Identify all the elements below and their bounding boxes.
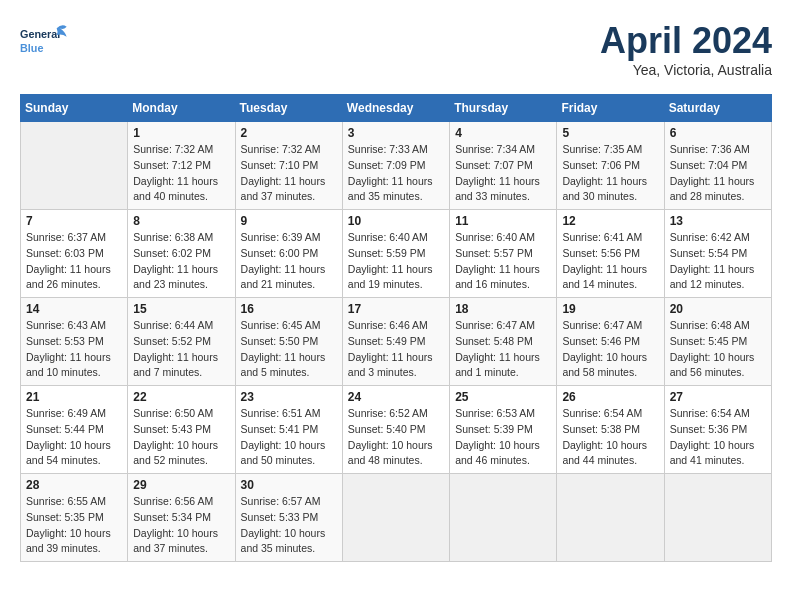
calendar-cell: 14Sunrise: 6:43 AM Sunset: 5:53 PM Dayli… [21, 298, 128, 386]
day-number: 24 [348, 390, 444, 404]
day-number: 25 [455, 390, 551, 404]
month-year-title: April 2024 [600, 20, 772, 62]
day-info: Sunrise: 6:42 AM Sunset: 5:54 PM Dayligh… [670, 230, 766, 293]
day-info: Sunrise: 7:32 AM Sunset: 7:10 PM Dayligh… [241, 142, 337, 205]
calendar-cell: 20Sunrise: 6:48 AM Sunset: 5:45 PM Dayli… [664, 298, 771, 386]
calendar-cell: 18Sunrise: 6:47 AM Sunset: 5:48 PM Dayli… [450, 298, 557, 386]
day-number: 26 [562, 390, 658, 404]
location-subtitle: Yea, Victoria, Australia [600, 62, 772, 78]
day-number: 15 [133, 302, 229, 316]
calendar-cell: 30Sunrise: 6:57 AM Sunset: 5:33 PM Dayli… [235, 474, 342, 562]
day-info: Sunrise: 6:47 AM Sunset: 5:48 PM Dayligh… [455, 318, 551, 381]
calendar-cell: 5Sunrise: 7:35 AM Sunset: 7:06 PM Daylig… [557, 122, 664, 210]
calendar-cell [21, 122, 128, 210]
day-info: Sunrise: 6:44 AM Sunset: 5:52 PM Dayligh… [133, 318, 229, 381]
calendar-cell: 25Sunrise: 6:53 AM Sunset: 5:39 PM Dayli… [450, 386, 557, 474]
day-number: 7 [26, 214, 122, 228]
header-sunday: Sunday [21, 95, 128, 122]
day-info: Sunrise: 6:47 AM Sunset: 5:46 PM Dayligh… [562, 318, 658, 381]
calendar-cell: 12Sunrise: 6:41 AM Sunset: 5:56 PM Dayli… [557, 210, 664, 298]
calendar-cell: 15Sunrise: 6:44 AM Sunset: 5:52 PM Dayli… [128, 298, 235, 386]
header-wednesday: Wednesday [342, 95, 449, 122]
day-info: Sunrise: 6:54 AM Sunset: 5:38 PM Dayligh… [562, 406, 658, 469]
day-number: 12 [562, 214, 658, 228]
day-number: 18 [455, 302, 551, 316]
day-info: Sunrise: 6:39 AM Sunset: 6:00 PM Dayligh… [241, 230, 337, 293]
calendar-week-4: 21Sunrise: 6:49 AM Sunset: 5:44 PM Dayli… [21, 386, 772, 474]
calendar-cell: 24Sunrise: 6:52 AM Sunset: 5:40 PM Dayli… [342, 386, 449, 474]
day-number: 3 [348, 126, 444, 140]
calendar-cell: 3Sunrise: 7:33 AM Sunset: 7:09 PM Daylig… [342, 122, 449, 210]
day-info: Sunrise: 6:51 AM Sunset: 5:41 PM Dayligh… [241, 406, 337, 469]
calendar-cell: 22Sunrise: 6:50 AM Sunset: 5:43 PM Dayli… [128, 386, 235, 474]
calendar-cell: 27Sunrise: 6:54 AM Sunset: 5:36 PM Dayli… [664, 386, 771, 474]
calendar-cell [557, 474, 664, 562]
header-friday: Friday [557, 95, 664, 122]
svg-text:Blue: Blue [20, 42, 43, 54]
calendar-cell [664, 474, 771, 562]
calendar-cell: 29Sunrise: 6:56 AM Sunset: 5:34 PM Dayli… [128, 474, 235, 562]
day-number: 11 [455, 214, 551, 228]
day-number: 2 [241, 126, 337, 140]
day-number: 8 [133, 214, 229, 228]
calendar-header-row: SundayMondayTuesdayWednesdayThursdayFrid… [21, 95, 772, 122]
day-info: Sunrise: 7:35 AM Sunset: 7:06 PM Dayligh… [562, 142, 658, 205]
day-info: Sunrise: 7:32 AM Sunset: 7:12 PM Dayligh… [133, 142, 229, 205]
calendar-cell: 13Sunrise: 6:42 AM Sunset: 5:54 PM Dayli… [664, 210, 771, 298]
calendar-cell: 16Sunrise: 6:45 AM Sunset: 5:50 PM Dayli… [235, 298, 342, 386]
svg-text:General: General [20, 28, 60, 40]
day-number: 6 [670, 126, 766, 140]
day-info: Sunrise: 7:34 AM Sunset: 7:07 PM Dayligh… [455, 142, 551, 205]
day-number: 28 [26, 478, 122, 492]
day-info: Sunrise: 6:43 AM Sunset: 5:53 PM Dayligh… [26, 318, 122, 381]
day-info: Sunrise: 6:52 AM Sunset: 5:40 PM Dayligh… [348, 406, 444, 469]
calendar-table: SundayMondayTuesdayWednesdayThursdayFrid… [20, 94, 772, 562]
day-number: 30 [241, 478, 337, 492]
calendar-week-2: 7Sunrise: 6:37 AM Sunset: 6:03 PM Daylig… [21, 210, 772, 298]
calendar-cell: 19Sunrise: 6:47 AM Sunset: 5:46 PM Dayli… [557, 298, 664, 386]
calendar-cell: 8Sunrise: 6:38 AM Sunset: 6:02 PM Daylig… [128, 210, 235, 298]
logo-icon: General Blue [20, 20, 70, 60]
calendar-cell: 10Sunrise: 6:40 AM Sunset: 5:59 PM Dayli… [342, 210, 449, 298]
day-number: 10 [348, 214, 444, 228]
calendar-cell: 17Sunrise: 6:46 AM Sunset: 5:49 PM Dayli… [342, 298, 449, 386]
header-monday: Monday [128, 95, 235, 122]
calendar-cell: 2Sunrise: 7:32 AM Sunset: 7:10 PM Daylig… [235, 122, 342, 210]
calendar-cell: 9Sunrise: 6:39 AM Sunset: 6:00 PM Daylig… [235, 210, 342, 298]
calendar-week-5: 28Sunrise: 6:55 AM Sunset: 5:35 PM Dayli… [21, 474, 772, 562]
day-info: Sunrise: 7:33 AM Sunset: 7:09 PM Dayligh… [348, 142, 444, 205]
day-info: Sunrise: 6:50 AM Sunset: 5:43 PM Dayligh… [133, 406, 229, 469]
day-number: 13 [670, 214, 766, 228]
title-block: April 2024 Yea, Victoria, Australia [600, 20, 772, 78]
calendar-cell: 7Sunrise: 6:37 AM Sunset: 6:03 PM Daylig… [21, 210, 128, 298]
day-number: 20 [670, 302, 766, 316]
day-info: Sunrise: 6:46 AM Sunset: 5:49 PM Dayligh… [348, 318, 444, 381]
day-number: 23 [241, 390, 337, 404]
day-number: 4 [455, 126, 551, 140]
day-info: Sunrise: 6:57 AM Sunset: 5:33 PM Dayligh… [241, 494, 337, 557]
calendar-cell: 28Sunrise: 6:55 AM Sunset: 5:35 PM Dayli… [21, 474, 128, 562]
day-info: Sunrise: 6:48 AM Sunset: 5:45 PM Dayligh… [670, 318, 766, 381]
header-saturday: Saturday [664, 95, 771, 122]
day-number: 21 [26, 390, 122, 404]
calendar-cell: 11Sunrise: 6:40 AM Sunset: 5:57 PM Dayli… [450, 210, 557, 298]
day-info: Sunrise: 6:38 AM Sunset: 6:02 PM Dayligh… [133, 230, 229, 293]
day-info: Sunrise: 6:53 AM Sunset: 5:39 PM Dayligh… [455, 406, 551, 469]
day-info: Sunrise: 6:40 AM Sunset: 5:57 PM Dayligh… [455, 230, 551, 293]
day-info: Sunrise: 6:54 AM Sunset: 5:36 PM Dayligh… [670, 406, 766, 469]
calendar-cell: 26Sunrise: 6:54 AM Sunset: 5:38 PM Dayli… [557, 386, 664, 474]
calendar-week-1: 1Sunrise: 7:32 AM Sunset: 7:12 PM Daylig… [21, 122, 772, 210]
day-number: 16 [241, 302, 337, 316]
day-info: Sunrise: 6:55 AM Sunset: 5:35 PM Dayligh… [26, 494, 122, 557]
day-number: 14 [26, 302, 122, 316]
header-tuesday: Tuesday [235, 95, 342, 122]
calendar-cell: 21Sunrise: 6:49 AM Sunset: 5:44 PM Dayli… [21, 386, 128, 474]
header-thursday: Thursday [450, 95, 557, 122]
calendar-cell: 23Sunrise: 6:51 AM Sunset: 5:41 PM Dayli… [235, 386, 342, 474]
calendar-cell: 4Sunrise: 7:34 AM Sunset: 7:07 PM Daylig… [450, 122, 557, 210]
day-number: 29 [133, 478, 229, 492]
day-number: 19 [562, 302, 658, 316]
calendar-cell: 1Sunrise: 7:32 AM Sunset: 7:12 PM Daylig… [128, 122, 235, 210]
day-info: Sunrise: 6:45 AM Sunset: 5:50 PM Dayligh… [241, 318, 337, 381]
day-info: Sunrise: 6:40 AM Sunset: 5:59 PM Dayligh… [348, 230, 444, 293]
